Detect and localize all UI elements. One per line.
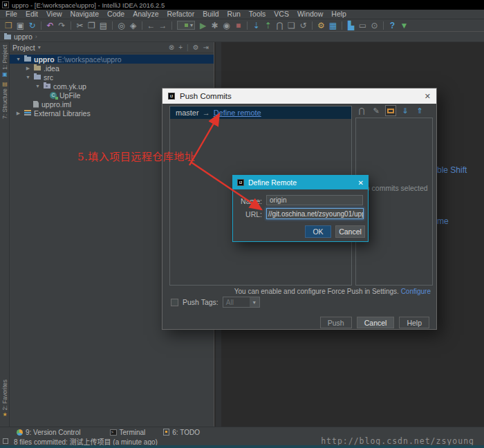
expand-all-icon[interactable]: ⇓ — [400, 105, 411, 116]
breadcrumb[interactable]: uppro — [14, 32, 32, 41]
close-icon[interactable]: ✕ — [425, 92, 431, 101]
save-all-icon[interactable]: ▣ — [15, 20, 26, 31]
configure-link[interactable]: Configure — [401, 288, 431, 295]
find-icon[interactable]: ◎ — [115, 20, 127, 31]
name-field[interactable]: origin — [266, 195, 363, 205]
help-button[interactable]: Help — [399, 317, 429, 328]
expander-icon[interactable]: ▶ — [25, 66, 31, 71]
copy-icon[interactable]: ❐ — [86, 20, 97, 31]
vcs-commit-icon[interactable]: ⇡ — [262, 20, 274, 31]
menu-view[interactable]: View — [42, 10, 66, 19]
toolwindow-todo[interactable]: 6: TODO — [163, 429, 200, 436]
tree-row-idea[interactable]: ▶ .idea — [10, 64, 214, 73]
run-icon[interactable]: ▶ — [197, 20, 209, 31]
export-icon[interactable]: ❏ — [286, 20, 297, 31]
vcs-update-icon[interactable]: ⇣ — [250, 20, 262, 31]
left-toolwindow-stripe: 1: Project ▣ ▤ 7: Structure 2: Favorites… — [0, 42, 10, 427]
synchronize-icon[interactable]: ↻ — [26, 20, 38, 31]
toolbar-separator — [112, 21, 113, 30]
force-push-hint: You can enable and configure Force Push … — [234, 288, 431, 295]
edit-remotes-icon[interactable]: ✎ — [371, 105, 382, 116]
menu-help[interactable]: Help — [327, 10, 351, 19]
menu-navigate[interactable]: Navigate — [66, 10, 103, 19]
settings-icon[interactable]: ⚙ — [315, 20, 327, 31]
device-icon[interactable]: ▭ — [357, 20, 369, 31]
menu-refactor[interactable]: Refactor — [163, 10, 199, 19]
expander-icon[interactable]: ▶ — [15, 111, 21, 116]
menu-edit[interactable]: Edit — [21, 10, 42, 19]
filter-icon[interactable]: ⊗ — [167, 44, 176, 51]
tree-node-label: uppro — [34, 55, 55, 64]
expander-icon[interactable]: ▼ — [25, 75, 31, 80]
project-structure-icon[interactable]: ▦ — [327, 20, 339, 31]
url-field[interactable]: //git.oschina.net/zsyoung01/uppro.git — [266, 208, 364, 219]
update-plugins-icon[interactable]: ▼ — [398, 20, 410, 31]
find-in-path-icon[interactable]: ◈ — [127, 20, 139, 31]
app-server-icon[interactable]: ▙ — [345, 20, 357, 31]
menu-file[interactable]: File — [1, 10, 21, 19]
menu-build[interactable]: Build — [198, 10, 223, 19]
cancel-button[interactable]: Cancel — [335, 225, 365, 238]
show-details-icon[interactable] — [385, 105, 396, 116]
expander-icon[interactable]: ▼ — [35, 84, 41, 88]
tab-favorites-label: 2: Favorites — [1, 380, 8, 410]
locate-file-icon[interactable]: + — [176, 44, 185, 51]
chevron-down-icon: ▾ — [250, 297, 259, 307]
name-value: origin — [270, 196, 286, 204]
push-tags-checkbox[interactable] — [171, 299, 178, 306]
tags-combo[interactable]: All ▾ — [223, 297, 260, 308]
android-icon[interactable]: ⊙ — [369, 20, 380, 31]
menu-code[interactable]: Code — [103, 10, 129, 19]
watermark: http://blog.csdn.net/zsyoung — [321, 436, 474, 446]
hide-panel-icon[interactable]: ⇥ — [201, 44, 211, 51]
expander-icon[interactable]: ▼ — [15, 57, 21, 62]
tree-node-label: uppro.iml — [41, 100, 71, 109]
cancel-button[interactable]: Cancel — [357, 317, 395, 328]
run-configuration-combo[interactable]: ▾ — [177, 21, 195, 30]
tab-structure-label: 7: Structure — [1, 88, 8, 119]
collapse-all-icon[interactable]: ⇑ — [414, 105, 425, 116]
rollback-icon[interactable]: ↺ — [297, 20, 309, 31]
undo-icon[interactable]: ↶ — [44, 20, 56, 31]
menu-window[interactable]: Window — [293, 10, 327, 19]
menu-run[interactable]: Run — [223, 10, 245, 19]
favorites-star-icon: ★ — [2, 411, 7, 418]
project-view-selector[interactable]: Project — [12, 44, 35, 52]
toolwindow-toggle-icon[interactable] — [3, 438, 8, 444]
menu-tools[interactable]: Tools — [245, 10, 270, 19]
push-dialog-titlebar[interactable]: IJ Push Commits ✕ — [162, 88, 436, 104]
lock-icon[interactable]: ⋂ — [274, 20, 286, 31]
debug-icon[interactable]: ✱ — [209, 20, 221, 31]
coverage-icon[interactable]: ◉ — [221, 20, 232, 31]
redo-icon[interactable]: ↷ — [56, 20, 68, 31]
close-icon[interactable]: ✕ — [358, 179, 364, 187]
back-icon[interactable]: ← — [145, 20, 157, 31]
project-panel-header: Project ▾ ⊗ + | ⚙ ⇥ — [10, 42, 214, 53]
toolwindow-version-control[interactable]: 9: Version Control — [17, 429, 81, 436]
menu-analyze[interactable]: Analyze — [129, 10, 162, 19]
run-config-icon — [185, 24, 188, 27]
cut-icon[interactable]: ✂ — [74, 20, 86, 31]
forward-icon[interactable]: → — [157, 20, 169, 31]
local-branch-label: master — [176, 109, 199, 117]
tab-structure[interactable]: ▤ 7: Structure — [0, 81, 10, 119]
branch-row[interactable]: master → Define remote — [170, 106, 351, 119]
tree-row-uppro[interactable]: ▼ uppro E:\workspace\uppro — [10, 55, 214, 64]
remote-dialog-titlebar[interactable]: IJ Define Remote ✕ — [233, 176, 368, 189]
push-button[interactable]: Push — [320, 317, 352, 328]
ok-button[interactable]: OK — [305, 225, 331, 238]
paste-icon[interactable]: ▤ — [97, 20, 109, 31]
intellij-logo-icon: IJ — [237, 179, 244, 186]
gear-icon[interactable]: ⚙ — [191, 44, 201, 51]
menu-vcs[interactable]: VCS — [270, 10, 293, 19]
help-icon[interactable]: ? — [387, 20, 398, 31]
stop-icon[interactable]: ■ — [232, 20, 244, 31]
open-project-icon[interactable]: ❒ — [3, 20, 15, 31]
tab-project[interactable]: 1: Project ▣ — [0, 45, 10, 77]
define-remote-link[interactable]: Define remote — [214, 109, 261, 117]
tab-favorites[interactable]: 2: Favorites ★ — [0, 380, 10, 418]
url-value: //git.oschina.net/zsyoung01/uppro.git — [268, 210, 364, 218]
tree-row-src[interactable]: ▼ src — [10, 73, 214, 82]
lock-icon[interactable]: ⋂ — [356, 105, 367, 116]
toolwindow-terminal[interactable]: > Terminal — [110, 429, 146, 436]
